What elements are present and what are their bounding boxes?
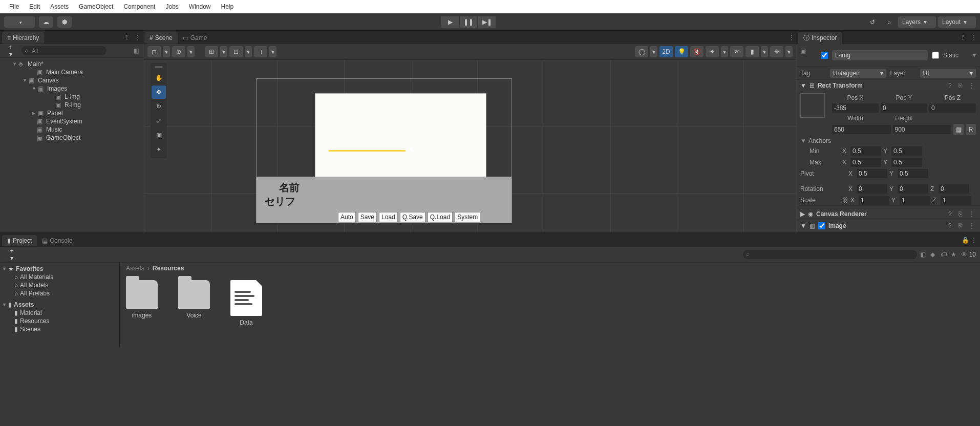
package-button[interactable]: ⬢	[57, 16, 72, 28]
hidden-icon[interactable]: 👁	[961, 251, 968, 258]
load-button[interactable]: Load	[379, 212, 398, 222]
folder-images[interactable]: images	[126, 280, 158, 319]
lock-icon[interactable]: ⟟	[125, 34, 133, 41]
rect-tool[interactable]: ▣	[152, 129, 166, 142]
image-header[interactable]: ▼▥ Image ? ⎘ ⋮	[796, 220, 980, 231]
anchor-min-y[interactable]	[891, 146, 922, 156]
draw-dropdown[interactable]: ▾	[187, 46, 195, 57]
breadcrumb-resources[interactable]: Resources	[153, 265, 184, 272]
lock-icon[interactable]: 🔒	[962, 237, 969, 244]
fav-materials[interactable]: ⌕All Materials	[0, 273, 119, 281]
tree-item-gameobject[interactable]: ▣GameObject	[0, 134, 144, 142]
increment-snap-button[interactable]: ⊡	[229, 46, 243, 57]
tree-item-panel[interactable]: ▶▣Panel	[0, 109, 144, 117]
scale-z[interactable]	[941, 196, 971, 205]
static-checkbox[interactable]	[932, 52, 939, 59]
component-menu[interactable]: ⋮	[969, 82, 976, 89]
qsave-button[interactable]: Q.Save	[400, 212, 425, 222]
canvas-renderer-header[interactable]: ▶◉ Canvas Renderer ? ⎘ ⋮	[796, 208, 980, 220]
game-tab[interactable]: ▭Game	[178, 32, 212, 44]
shading-mode-button[interactable]: ◻	[147, 46, 161, 57]
account-button[interactable]	[4, 16, 35, 28]
tree-item-eventsystem[interactable]: ▣EventSystem	[0, 117, 144, 125]
active-checkbox[interactable]	[821, 52, 828, 59]
step-button[interactable]: ▶❚	[478, 16, 496, 28]
create-button[interactable]: + ▾	[3, 45, 18, 56]
object-name-field[interactable]	[832, 50, 928, 60]
fav-models[interactable]: ⌕All Models	[0, 281, 119, 289]
anchor-min-x[interactable]	[850, 146, 881, 156]
tree-item-images[interactable]: ▼▣Images	[0, 84, 144, 93]
system-button[interactable]: System	[455, 212, 480, 222]
visibility-toggle[interactable]: 👁	[730, 46, 743, 57]
transform-tool[interactable]: ✦	[152, 143, 166, 156]
menu-help[interactable]: Help	[216, 1, 239, 12]
save-search-icon[interactable]: 🏷	[941, 251, 948, 258]
assets-material[interactable]: ▮Material	[0, 309, 119, 317]
inspector-menu[interactable]: ⋮	[971, 34, 978, 41]
move-tool[interactable]: ✥	[152, 86, 166, 99]
gizmos-button[interactable]: ✳	[770, 46, 783, 57]
width-field[interactable]	[832, 125, 891, 134]
raw-edit-button[interactable]: R	[966, 124, 976, 135]
camera-icon[interactable]: ▮	[745, 46, 759, 57]
preset-icon[interactable]: ⎘	[958, 82, 966, 89]
tree-item-music[interactable]: ▣Music	[0, 125, 144, 134]
hand-tool[interactable]: ✋	[152, 71, 166, 84]
rot-y[interactable]	[898, 184, 928, 194]
favorite-icon[interactable]: ★	[951, 251, 958, 258]
save-button[interactable]: Save	[358, 212, 377, 222]
pivot-x[interactable]	[857, 169, 887, 178]
assets-scenes[interactable]: ▮Scenes	[0, 325, 119, 333]
tree-item-camera[interactable]: ▣Main Camera	[0, 68, 144, 76]
menu-component[interactable]: Component	[118, 1, 160, 12]
link-icon[interactable]: ⛓	[842, 197, 848, 204]
tag-dropdown[interactable]: Untagged▾	[830, 69, 886, 78]
component-menu[interactable]: ⋮	[969, 210, 976, 218]
menu-jobs[interactable]: Jobs	[160, 1, 183, 12]
component-menu[interactable]: ⋮	[969, 222, 976, 229]
search-by-label-icon[interactable]: ◆	[930, 251, 938, 258]
undo-history-button[interactable]: ↺	[865, 16, 880, 28]
lighting-toggle[interactable]: 💡	[675, 46, 688, 57]
inspector-tab[interactable]: ⓘInspector	[798, 32, 842, 45]
grid-snap-dropdown[interactable]: ▾	[220, 46, 227, 57]
snap-dropdown[interactable]: ▾	[269, 46, 276, 57]
tree-item-canvas[interactable]: ▼▣Canvas	[0, 76, 144, 84]
favorites-root[interactable]: ▼★Favorites	[0, 265, 119, 273]
posy-field[interactable]	[881, 103, 927, 113]
rot-x[interactable]	[857, 184, 887, 194]
menu-gameobject[interactable]: GameObject	[74, 1, 118, 12]
snap-settings-button[interactable]: ⫞	[254, 46, 267, 57]
posx-field[interactable]	[832, 103, 879, 113]
height-field[interactable]	[893, 125, 952, 134]
panel-menu-icon[interactable]: ⋮	[135, 34, 142, 41]
scale-y[interactable]	[900, 196, 930, 205]
2d-toggle[interactable]: 2D	[659, 46, 673, 57]
tree-scene-main[interactable]: ▼⬘Main*	[0, 60, 144, 68]
grid-snap-button[interactable]: ⊞	[205, 46, 218, 57]
audio-toggle[interactable]: 🔇	[690, 46, 704, 57]
tree-item-l-img[interactable]: ▣L-img	[0, 93, 144, 101]
image-enabled[interactable]	[818, 222, 825, 229]
play-button[interactable]: ▶	[441, 16, 459, 28]
shading-dropdown[interactable]: ▾	[163, 46, 170, 57]
preset-icon[interactable]: ⎘	[958, 222, 966, 229]
menu-file[interactable]: File	[4, 1, 24, 12]
rot-z[interactable]	[939, 184, 969, 194]
lock-icon[interactable]: ⟟	[962, 34, 969, 41]
menu-assets[interactable]: Assets	[45, 1, 74, 12]
auto-button[interactable]: Auto	[338, 212, 356, 222]
scene-viewport[interactable]: ✋ ✥ ↻ ⤢ ▣ ✦ 名前 セリフ Auto Save Load Q.Save…	[144, 60, 796, 232]
project-menu[interactable]: ⋮	[971, 237, 978, 244]
assets-resources[interactable]: ▮Resources	[0, 317, 119, 325]
help-icon[interactable]: ?	[948, 222, 955, 229]
console-tab[interactable]: ▤Console	[37, 235, 77, 246]
camera-dropdown[interactable]: ▾	[650, 46, 657, 57]
camera-button[interactable]: ◯	[635, 46, 648, 57]
cloud-button[interactable]: ☁	[39, 16, 53, 28]
layer-dropdown[interactable]: UI▾	[920, 69, 976, 78]
global-search-button[interactable]: ⌕	[882, 16, 896, 28]
anchor-max-y[interactable]	[891, 158, 922, 167]
folder-voice[interactable]: Voice	[178, 280, 210, 319]
